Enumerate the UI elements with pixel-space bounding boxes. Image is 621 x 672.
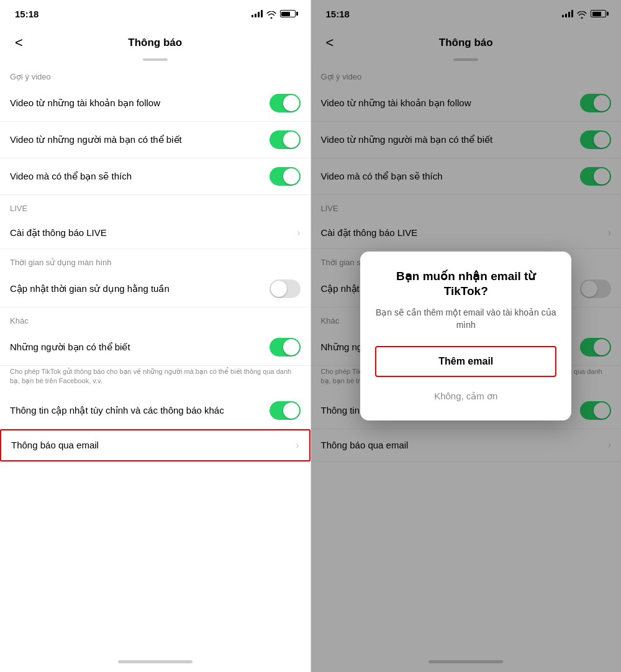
- left-home-indicator: [0, 651, 310, 672]
- left-section-label-other: Khác: [0, 307, 310, 329]
- left-status-bar: 15:18: [0, 0, 310, 27]
- left-section-label-live: LIVE: [0, 195, 310, 217]
- left-section-label-time: Thời gian sử dụng màn hình: [0, 249, 310, 271]
- left-setting-text-like: Video mà có thể bạn sẽ thích: [10, 171, 270, 182]
- left-toggle-follow[interactable]: [270, 94, 301, 112]
- them-email-button[interactable]: Thêm email: [375, 346, 556, 377]
- left-toggle-update[interactable]: [270, 401, 301, 420]
- left-setting-row-email[interactable]: Thông báo qua email ›: [0, 429, 310, 461]
- left-setting-text-follow: Video từ những tài khoản bạn follow: [10, 98, 270, 109]
- left-setting-text-update: Thông tin cập nhật tùy chỉnh và các thôn…: [10, 405, 270, 416]
- left-setting-row-update[interactable]: Thông tin cập nhật tùy chỉnh và các thôn…: [0, 393, 310, 429]
- left-scroll-indicator: [0, 58, 310, 61]
- left-toggle-people[interactable]: [270, 338, 301, 356]
- left-setting-text-know: Video từ những người mà bạn có thể biết: [10, 134, 270, 145]
- left-setting-row-know[interactable]: Video từ những người mà bạn có thể biết: [0, 122, 310, 158]
- modal-subtitle: Bạn sẽ cần thêm một email vào tài khoản …: [375, 307, 556, 331]
- left-setting-row-like[interactable]: Video mà có thể bạn sẽ thích: [0, 158, 310, 195]
- email-modal: Bạn muốn nhận email từ TikTok? Bạn sẽ cầ…: [360, 252, 571, 421]
- left-status-time: 15:18: [15, 9, 39, 19]
- modal-overlay: Bạn muốn nhận email từ TikTok? Bạn sẽ cầ…: [311, 0, 622, 672]
- left-setting-text-weekly: Cập nhật thời gian sử dụng hằng tuần: [10, 283, 270, 294]
- left-chevron-live: ›: [297, 227, 300, 238]
- left-setting-row-people[interactable]: Những người bạn có thể biết: [0, 329, 310, 366]
- left-back-button[interactable]: <: [10, 34, 28, 52]
- left-sub-people: Cho phép TikTok gửi thông báo cho bạn về…: [0, 366, 310, 393]
- left-section-label-video: Gợi ý video: [0, 63, 310, 85]
- left-setting-text-people: Những người bạn có thể biết: [10, 342, 270, 353]
- left-nav-bar: < Thông báo: [0, 27, 310, 58]
- battery-icon: [280, 10, 296, 17]
- left-toggle-weekly[interactable]: [270, 279, 301, 298]
- left-nav-title: Thông báo: [128, 37, 182, 49]
- left-phone-panel: 15:18 < Thông báo Gợi ý vi: [0, 0, 310, 672]
- left-setting-row-follow[interactable]: Video từ những tài khoản bạn follow: [0, 85, 310, 122]
- wifi-icon: [266, 10, 276, 17]
- left-status-icons: [252, 10, 296, 17]
- signal-icon: [252, 10, 263, 17]
- left-settings-content: Gợi ý video Video từ những tài khoản bạn…: [0, 63, 310, 651]
- right-phone-panel: 15:18 < Thông báo Gợi ý vi: [311, 0, 622, 672]
- left-chevron-email: ›: [296, 440, 299, 451]
- left-toggle-know[interactable]: [270, 130, 301, 149]
- no-thanks-button[interactable]: Không, cảm ơn: [375, 384, 556, 408]
- left-setting-row-live[interactable]: Cài đặt thông báo LIVE ›: [0, 217, 310, 249]
- left-setting-text-live: Cài đặt thông báo LIVE: [10, 227, 297, 238]
- left-toggle-like[interactable]: [270, 167, 301, 186]
- modal-title: Bạn muốn nhận email từ TikTok?: [375, 269, 556, 299]
- left-setting-row-weekly[interactable]: Cập nhật thời gian sử dụng hằng tuần: [0, 271, 310, 307]
- left-setting-text-email: Thông báo qua email: [11, 440, 296, 450]
